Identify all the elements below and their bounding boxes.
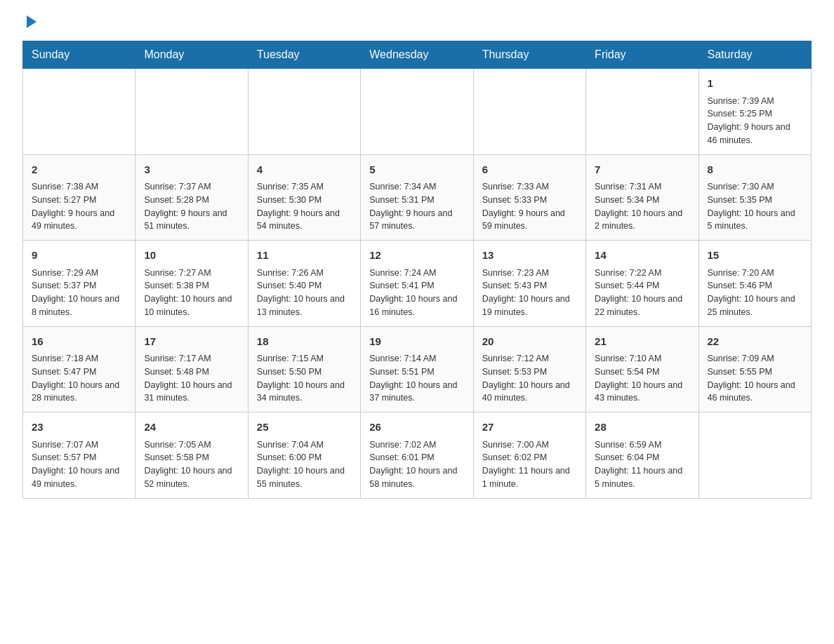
day-info: Sunrise: 7:18 AM Sunset: 5:47 PM Dayligh…: [32, 352, 126, 405]
day-number: 10: [144, 248, 239, 264]
day-number: 28: [595, 420, 689, 436]
day-info: Sunrise: 6:59 AM Sunset: 6:04 PM Dayligh…: [595, 438, 689, 491]
day-info: Sunrise: 7:33 AM Sunset: 5:33 PM Dayligh…: [482, 180, 577, 233]
day-cell-7: 7Sunrise: 7:31 AM Sunset: 5:34 PM Daylig…: [586, 154, 699, 241]
week-row-5: 23Sunrise: 7:07 AM Sunset: 5:57 PM Dayli…: [23, 412, 812, 499]
day-info: Sunrise: 7:04 AM Sunset: 6:00 PM Dayligh…: [257, 438, 352, 491]
week-row-4: 16Sunrise: 7:18 AM Sunset: 5:47 PM Dayli…: [23, 326, 812, 412]
day-number: 25: [257, 420, 352, 436]
empty-cell: [361, 69, 473, 155]
day-number: 9: [32, 248, 126, 264]
day-number: 8: [708, 162, 802, 178]
day-info: Sunrise: 7:26 AM Sunset: 5:40 PM Dayligh…: [257, 267, 352, 319]
day-number: 14: [595, 248, 689, 264]
day-info: Sunrise: 7:22 AM Sunset: 5:44 PM Dayligh…: [595, 267, 689, 319]
day-number: 1: [708, 76, 802, 92]
day-cell-28: 28Sunrise: 6:59 AM Sunset: 6:04 PM Dayli…: [586, 412, 699, 499]
day-info: Sunrise: 7:09 AM Sunset: 5:55 PM Dayligh…: [708, 352, 802, 405]
day-cell-22: 22Sunrise: 7:09 AM Sunset: 5:55 PM Dayli…: [699, 326, 811, 412]
day-cell-4: 4Sunrise: 7:35 AM Sunset: 5:30 PM Daylig…: [248, 154, 360, 241]
day-cell-20: 20Sunrise: 7:12 AM Sunset: 5:53 PM Dayli…: [473, 326, 585, 412]
day-number: 17: [144, 334, 239, 350]
day-number: 3: [144, 162, 239, 178]
day-cell-26: 26Sunrise: 7:02 AM Sunset: 6:01 PM Dayli…: [361, 412, 473, 499]
day-info: Sunrise: 7:24 AM Sunset: 5:41 PM Dayligh…: [369, 267, 464, 319]
day-number: 26: [369, 420, 464, 436]
calendar-table: SundayMondayTuesdayWednesdayThursdayFrid…: [22, 41, 812, 499]
day-number: 20: [482, 334, 577, 350]
weekday-header-tuesday: Tuesday: [248, 41, 360, 69]
day-number: 13: [482, 248, 577, 264]
day-cell-24: 24Sunrise: 7:05 AM Sunset: 5:58 PM Dayli…: [135, 412, 248, 499]
day-cell-23: 23Sunrise: 7:07 AM Sunset: 5:57 PM Dayli…: [23, 412, 135, 499]
day-info: Sunrise: 7:27 AM Sunset: 5:38 PM Dayligh…: [144, 267, 239, 319]
day-info: Sunrise: 7:02 AM Sunset: 6:01 PM Dayligh…: [369, 438, 464, 491]
weekday-header-thursday: Thursday: [473, 41, 585, 69]
day-number: 11: [257, 248, 352, 264]
day-cell-10: 10Sunrise: 7:27 AM Sunset: 5:38 PM Dayli…: [135, 241, 248, 327]
day-number: 22: [708, 334, 802, 350]
week-row-2: 2Sunrise: 7:38 AM Sunset: 5:27 PM Daylig…: [23, 154, 812, 241]
day-info: Sunrise: 7:10 AM Sunset: 5:54 PM Dayligh…: [595, 352, 689, 405]
day-cell-12: 12Sunrise: 7:24 AM Sunset: 5:41 PM Dayli…: [361, 241, 473, 327]
day-info: Sunrise: 7:39 AM Sunset: 5:25 PM Dayligh…: [708, 95, 802, 147]
day-cell-14: 14Sunrise: 7:22 AM Sunset: 5:44 PM Dayli…: [586, 241, 699, 327]
day-info: Sunrise: 7:05 AM Sunset: 5:58 PM Dayligh…: [144, 438, 239, 491]
weekday-header-wednesday: Wednesday: [361, 41, 473, 69]
day-info: Sunrise: 7:34 AM Sunset: 5:31 PM Dayligh…: [369, 180, 464, 233]
day-number: 6: [482, 162, 577, 178]
day-cell-2: 2Sunrise: 7:38 AM Sunset: 5:27 PM Daylig…: [23, 154, 135, 241]
day-info: Sunrise: 7:17 AM Sunset: 5:48 PM Dayligh…: [144, 352, 239, 405]
day-info: Sunrise: 7:00 AM Sunset: 6:02 PM Dayligh…: [482, 438, 577, 491]
logo: [22, 17, 39, 29]
day-info: Sunrise: 7:37 AM Sunset: 5:28 PM Dayligh…: [144, 180, 239, 233]
weekday-header-friday: Friday: [586, 41, 699, 69]
svg-marker-0: [27, 15, 37, 28]
day-cell-3: 3Sunrise: 7:37 AM Sunset: 5:28 PM Daylig…: [135, 154, 248, 241]
day-info: Sunrise: 7:20 AM Sunset: 5:46 PM Dayligh…: [708, 267, 802, 319]
day-cell-19: 19Sunrise: 7:14 AM Sunset: 5:51 PM Dayli…: [361, 326, 473, 412]
empty-cell: [586, 69, 699, 155]
page-header: [22, 17, 812, 29]
empty-cell: [135, 69, 248, 155]
logo-arrow-icon: [24, 14, 39, 29]
day-number: 21: [595, 334, 689, 350]
empty-cell: [248, 69, 360, 155]
day-info: Sunrise: 7:30 AM Sunset: 5:35 PM Dayligh…: [708, 180, 802, 233]
day-number: 7: [595, 162, 689, 178]
week-row-1: 1Sunrise: 7:39 AM Sunset: 5:25 PM Daylig…: [23, 69, 812, 155]
day-number: 12: [369, 248, 464, 264]
day-info: Sunrise: 7:38 AM Sunset: 5:27 PM Dayligh…: [32, 180, 126, 233]
weekday-header-monday: Monday: [135, 41, 248, 69]
day-cell-21: 21Sunrise: 7:10 AM Sunset: 5:54 PM Dayli…: [586, 326, 699, 412]
weekday-header-row: SundayMondayTuesdayWednesdayThursdayFrid…: [23, 41, 812, 69]
day-number: 27: [482, 420, 577, 436]
day-number: 16: [32, 334, 126, 350]
day-number: 23: [32, 420, 126, 436]
day-number: 19: [369, 334, 464, 350]
day-info: Sunrise: 7:15 AM Sunset: 5:50 PM Dayligh…: [257, 352, 352, 405]
day-info: Sunrise: 7:07 AM Sunset: 5:57 PM Dayligh…: [32, 438, 126, 491]
day-number: 18: [257, 334, 352, 350]
day-number: 4: [257, 162, 352, 178]
day-number: 15: [708, 248, 802, 264]
day-cell-11: 11Sunrise: 7:26 AM Sunset: 5:40 PM Dayli…: [248, 241, 360, 327]
day-cell-17: 17Sunrise: 7:17 AM Sunset: 5:48 PM Dayli…: [135, 326, 248, 412]
day-info: Sunrise: 7:31 AM Sunset: 5:34 PM Dayligh…: [595, 180, 689, 233]
day-cell-13: 13Sunrise: 7:23 AM Sunset: 5:43 PM Dayli…: [473, 241, 585, 327]
day-cell-15: 15Sunrise: 7:20 AM Sunset: 5:46 PM Dayli…: [699, 241, 811, 327]
day-cell-27: 27Sunrise: 7:00 AM Sunset: 6:02 PM Dayli…: [473, 412, 585, 499]
day-cell-25: 25Sunrise: 7:04 AM Sunset: 6:00 PM Dayli…: [248, 412, 360, 499]
day-info: Sunrise: 7:14 AM Sunset: 5:51 PM Dayligh…: [369, 352, 464, 405]
empty-cell: [473, 69, 585, 155]
empty-cell: [699, 412, 811, 499]
day-number: 24: [144, 420, 239, 436]
week-row-3: 9Sunrise: 7:29 AM Sunset: 5:37 PM Daylig…: [23, 241, 812, 327]
day-info: Sunrise: 7:12 AM Sunset: 5:53 PM Dayligh…: [482, 352, 577, 405]
day-cell-9: 9Sunrise: 7:29 AM Sunset: 5:37 PM Daylig…: [23, 241, 135, 327]
day-info: Sunrise: 7:29 AM Sunset: 5:37 PM Dayligh…: [32, 267, 126, 319]
day-number: 2: [32, 162, 126, 178]
empty-cell: [23, 69, 135, 155]
weekday-header-sunday: Sunday: [23, 41, 135, 69]
day-cell-5: 5Sunrise: 7:34 AM Sunset: 5:31 PM Daylig…: [361, 154, 473, 241]
